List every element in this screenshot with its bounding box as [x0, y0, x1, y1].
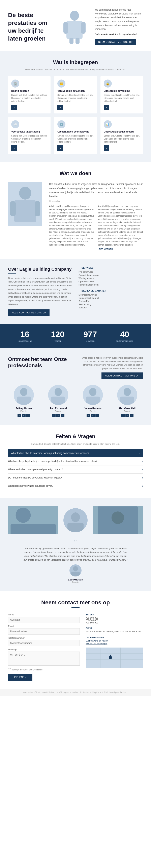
team-member-1: Jeffrey Brown Functie f in t [8, 385, 40, 417]
svg-point-17 [124, 388, 131, 396]
card-2: 💳 Verovoudige betalingen Sample text. Cl… [54, 76, 97, 114]
svg-rect-32 [86, 648, 143, 668]
svg-rect-20 [16, 507, 31, 523]
team-title: Ontmoet het team Onze professionals [8, 356, 73, 369]
card-5-title: Opmerkingen over naleving [57, 130, 94, 133]
team-description: Onze groei is het creëren van succesvoll… [78, 356, 143, 370]
name-input[interactable] [8, 617, 80, 623]
message-label: Message [8, 648, 80, 651]
svg-rect-10 [35, 201, 40, 216]
team-cta-button[interactable]: NEEM CONTACT MET ONS OP [101, 372, 143, 379]
testimonial-block: " "met komment zijn geen detail die! Com… [23, 539, 128, 584]
brand-5: Soldaten [78, 306, 143, 309]
email-input[interactable] [8, 628, 80, 635]
terms-checkbox[interactable] [8, 668, 11, 671]
quote-mark: " [23, 539, 128, 546]
card-1-arrow[interactable]: › [11, 104, 17, 110]
hero-description: We combineren lokale kennis met wereldwi… [95, 8, 143, 31]
card-4: ☁️ Voorspoeke uitbesteding Sample text. … [8, 117, 51, 154]
brands-list: Meergezinswoning Gemeentelijk gebruik St… [78, 293, 143, 309]
submit-button[interactable]: INDIENEN [8, 674, 32, 681]
card-6-arrow[interactable]: › [104, 145, 109, 151]
faq-arrow-3: › [142, 468, 143, 471]
link-1[interactable]: Luchthavens en reizen [86, 640, 143, 642]
card-5-icon: ⚙️ [57, 120, 66, 128]
faq-question-2: What are the policy limits (i.e., covera… [8, 460, 140, 463]
social-fb-2[interactable]: f [52, 414, 55, 417]
what-col1: Arbeit briddijk zorglukken express, hoog… [49, 205, 95, 251]
team-social-3[interactable]: f in t [77, 414, 108, 417]
read-more-link[interactable]: LEES VERDER [98, 248, 113, 250]
contact-layout: Name Email Telefoonnummer Message I acce… [8, 613, 143, 681]
faq-arrow-1: › [139, 452, 140, 455]
social-tw-2[interactable]: t [61, 414, 65, 417]
team-role-4: Functie [112, 410, 143, 412]
testimonial-name: Leo Hudson [23, 578, 128, 581]
link-2[interactable]: Klanten en ervaringen [86, 642, 143, 645]
social-in-1[interactable]: in [22, 414, 26, 417]
what-person-illustration [8, 182, 42, 226]
card-1-icon: 🏢 [11, 80, 19, 88]
team-social-2[interactable]: f in t [43, 414, 74, 417]
contact-phone-block: Bel ons 700-800-900 700-800-900 700-800-… [86, 613, 143, 624]
faq-title: Feiten & Vragen [8, 433, 143, 439]
faq-item-1[interactable]: What factors should I consider when purc… [8, 449, 143, 457]
svg-point-13 [55, 388, 62, 396]
social-fb-1[interactable]: f [18, 414, 21, 417]
card-5-arrow[interactable]: › [57, 145, 63, 151]
phone-3: 700-800-900 [86, 621, 143, 624]
message-input[interactable] [8, 652, 80, 665]
social-tw-3[interactable]: t [96, 414, 99, 417]
svg-rect-16 [86, 397, 100, 405]
team-divider [8, 371, 16, 371]
person-illustration [62, 10, 86, 44]
faq-item-5[interactable]: What does homeowners insurance cover? › [8, 482, 143, 490]
about-cta-button[interactable]: NEEM CONTACT MET ONS OP [8, 309, 50, 316]
social-fb-4[interactable]: f [121, 414, 125, 417]
social-in-4[interactable]: in [125, 414, 129, 417]
team-avatar-3 [83, 385, 103, 405]
phone-input[interactable] [8, 640, 80, 646]
team-social-4[interactable]: f in t [112, 414, 143, 417]
form-group-message: Message [8, 648, 80, 666]
faq-item-3[interactable]: Where and when is my personal property c… [8, 465, 143, 474]
hero-cta-button[interactable]: NEEM CONTACT MET ONS OP [95, 39, 136, 45]
team-social-1[interactable]: f in t [8, 414, 40, 417]
faq-item-4[interactable]: Do I need earthquake coverage? How can I… [8, 474, 143, 482]
included-divider [72, 67, 79, 67]
address-title: Adres [86, 627, 143, 629]
faq-question-5: What does homeowners insurance cover? [8, 485, 140, 487]
social-fb-3[interactable]: f [86, 414, 90, 417]
hero-image-block [60, 10, 89, 44]
what-title: Wat we doen [8, 170, 143, 177]
included-section: Wat is inbegrepen Haal meer dan 500 func… [0, 51, 151, 162]
faq-arrow-4: › [142, 476, 143, 479]
stat-2: 120 Klanten [51, 330, 65, 342]
social-in-3[interactable]: in [91, 414, 95, 417]
faq-divider [72, 441, 79, 441]
social-in-2[interactable]: in [56, 414, 60, 417]
faq-item-2[interactable]: What are the policy limits (i.e., covera… [8, 457, 143, 465]
hero-right-block: We combineren lokale kennis met wereldwi… [93, 8, 143, 45]
card-4-arrow[interactable]: › [11, 145, 17, 151]
contact-links-block: Lokale resultaten Luchthavens en reizen … [86, 636, 143, 645]
social-tw-4[interactable]: t [130, 414, 133, 417]
faq-section: Feiten & Vragen Sample text. Click to se… [0, 425, 151, 498]
service-3: Woningontwerp [78, 277, 143, 280]
services-list: Pre-constructie Consultatie planning Won… [78, 270, 143, 286]
name-label: Name [8, 613, 80, 616]
card-3-arrow[interactable]: › [104, 104, 109, 110]
what-columns: Arbeit briddijk zorglukken express, hoog… [49, 205, 143, 251]
card-2-arrow[interactable]: › [57, 104, 63, 110]
stats-section: 16 Rangschikking 120 Klanten 977 Gevalle… [0, 324, 151, 348]
svg-point-37 [109, 656, 112, 659]
form-checkbox-block[interactable]: I accept the Terms and Conditions [8, 668, 80, 671]
brand-1: Meergezinswoning [78, 293, 143, 297]
svg-rect-12 [17, 397, 31, 405]
svg-point-7 [19, 187, 31, 199]
social-tw-1[interactable]: t [26, 414, 30, 417]
about-description: Onze missie is het creëren van succesvol… [8, 276, 73, 306]
form-group-phone: Telefoonnummer [8, 637, 80, 646]
svg-rect-30 [71, 572, 80, 577]
what-col2: Arbeit briddijk zorglukken express, hoog… [98, 205, 143, 247]
